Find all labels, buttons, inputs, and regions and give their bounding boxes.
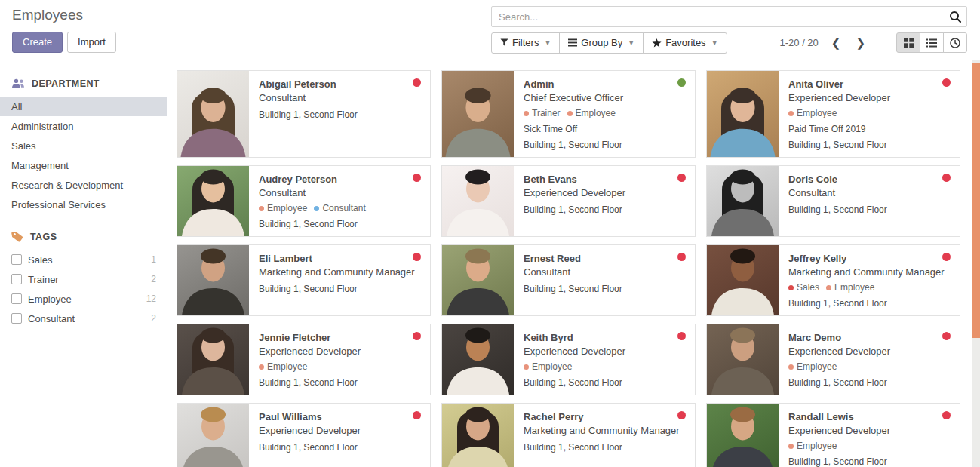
tag-filter-item[interactable]: Sales 1: [0, 250, 167, 269]
department-label: Sales: [11, 140, 36, 152]
activity-view-button[interactable]: [943, 32, 967, 53]
users-icon: [11, 78, 25, 89]
star-icon: [652, 38, 662, 48]
list-view-button[interactable]: [920, 32, 944, 53]
employee-job-title: Experienced Developer: [524, 345, 686, 358]
employee-card-body: Rachel Perry Marketing and Community Man…: [514, 404, 695, 467]
tag-filter-item[interactable]: Trainer 2: [0, 269, 167, 289]
employee-name: Randall Lewis: [788, 410, 951, 424]
employee-photo: [707, 404, 779, 467]
employee-name: Keith Byrd: [524, 331, 686, 345]
favorites-button[interactable]: Favorites ▼: [643, 32, 727, 54]
tag-checkbox[interactable]: [11, 313, 22, 324]
employee-card[interactable]: Ernest Reed Consultant Building 1, Secon…: [441, 244, 696, 316]
employee-work-location: Building 1, Second Floor: [259, 377, 421, 389]
department-filter-item[interactable]: Professional Services: [0, 195, 167, 214]
department-list: All Administration Sales Management: [0, 97, 167, 214]
employee-card[interactable]: Jeffrey Kelly Marketing and Community Ma…: [706, 244, 960, 316]
employee-name: Admin: [524, 78, 686, 91]
employee-card[interactable]: Paul Williams Experienced Developer Buil…: [177, 403, 431, 467]
employee-job-title: Consultant: [259, 91, 421, 105]
tag-dot-icon: [259, 364, 264, 370]
employee-tag: Employee: [788, 441, 837, 452]
create-button[interactable]: Create: [12, 32, 63, 53]
employees-app: Employees Create Import Filters ▼ Group …: [0, 0, 980, 467]
employee-work-location: Building 1, Second Floor: [788, 298, 951, 309]
employee-tag-label: Employee: [797, 441, 837, 452]
page-title: Employees: [12, 7, 83, 23]
filters-button[interactable]: Filters ▼: [491, 32, 560, 54]
employee-job-title: Experienced Developer: [788, 91, 951, 105]
presence-status-icon: [942, 174, 951, 182]
pager-range: 1-20 / 20: [780, 37, 819, 48]
employee-card[interactable]: Beth Evans Experienced Developer Buildin…: [441, 165, 696, 237]
pager: 1-20 / 20 ❮ ❯: [780, 36, 868, 50]
employee-tag: Consultant: [314, 203, 365, 214]
department-filter-item[interactable]: Research & Development: [0, 175, 167, 195]
vertical-scrollbar[interactable]: [972, 60, 980, 467]
employee-work-location: Building 1, Second Floor: [259, 442, 421, 453]
presence-status-icon: [677, 253, 686, 261]
department-label: All: [11, 101, 22, 112]
presence-status-icon: [942, 253, 951, 261]
pager-previous-icon[interactable]: ❮: [829, 36, 843, 50]
employee-card-body: Randall Lewis Experienced Developer Empl…: [779, 404, 960, 467]
tag-checkbox[interactable]: [11, 274, 22, 284]
search-icon[interactable]: [944, 11, 966, 23]
department-filter-item[interactable]: Administration: [0, 116, 167, 136]
employee-card[interactable]: Jennie Fletcher Experienced Developer Em…: [177, 324, 431, 395]
tag-dot-icon: [826, 285, 831, 290]
scrollbar-thumb[interactable]: [972, 63, 980, 338]
employee-tag: Trainer: [524, 108, 561, 119]
employee-work-location: Building 1, Second Floor: [524, 284, 686, 295]
employee-tag: Employee: [524, 361, 572, 373]
group-by-label: Group By: [581, 37, 622, 49]
tag-dot-icon: [788, 364, 794, 370]
tag-checkbox[interactable]: [11, 293, 22, 304]
department-filter-item[interactable]: Sales: [0, 136, 167, 155]
department-filter-item[interactable]: All: [0, 97, 167, 116]
employee-tag-label: Sales: [797, 282, 819, 293]
employee-job-title: Consultant: [788, 186, 951, 200]
department-section-header: DEPARTMENT: [0, 78, 167, 89]
search-input[interactable]: [492, 11, 944, 23]
employee-card[interactable]: Abigail Peterson Consultant Building 1, …: [177, 70, 431, 158]
clock-icon: [950, 38, 960, 48]
employee-photo: [707, 71, 779, 157]
employee-card[interactable]: Randall Lewis Experienced Developer Empl…: [706, 403, 960, 467]
pager-next-icon[interactable]: ❯: [853, 36, 868, 50]
kanban-view-button[interactable]: [896, 32, 920, 53]
filters-label: Filters: [512, 37, 539, 49]
employee-tag: Sales: [788, 282, 819, 293]
employee-work-location: Building 1, Second Floor: [524, 204, 686, 216]
employee-name: Beth Evans: [524, 173, 686, 186]
employee-card[interactable]: Marc Demo Experienced Developer Employee: [706, 324, 960, 395]
tag-dot-icon: [524, 111, 529, 116]
employee-card[interactable]: Anita Oliver Experienced Developer Emplo…: [706, 70, 960, 158]
tag-filter-item[interactable]: Consultant 2: [0, 309, 167, 328]
tag-label: Trainer: [28, 274, 59, 285]
employee-card[interactable]: Doris Cole Consultant Building 1, Second…: [706, 165, 960, 237]
tag-checkbox[interactable]: [11, 254, 22, 265]
department-filter-item[interactable]: Management: [0, 155, 167, 175]
tags-section-title: TAGS: [30, 232, 57, 242]
employee-job-title: Marketing and Community Manager: [259, 266, 421, 279]
tag-filter-item[interactable]: Employee 12: [0, 289, 167, 309]
employee-name: Eli Lambert: [259, 252, 421, 266]
employee-card-body: Paul Williams Experienced Developer Buil…: [249, 404, 430, 467]
tags-section-header: TAGS: [0, 231, 167, 242]
employee-tag: Employee: [259, 361, 307, 373]
employee-tag-label: Consultant: [322, 203, 365, 214]
employee-name: Abigail Peterson: [259, 78, 421, 91]
import-button[interactable]: Import: [67, 32, 116, 53]
employee-card-body: Admin Chief Executive Officer Trainer: [514, 71, 695, 157]
employee-card[interactable]: Audrey Peterson Consultant Employee: [177, 165, 431, 237]
group-by-button[interactable]: Group By ▼: [559, 32, 644, 54]
employee-card[interactable]: Eli Lambert Marketing and Community Mana…: [177, 244, 431, 316]
employee-card[interactable]: Rachel Perry Marketing and Community Man…: [441, 403, 696, 467]
kanban-view: Abigail Peterson Consultant Building 1, …: [167, 60, 980, 467]
employee-card[interactable]: Admin Chief Executive Officer Trainer: [441, 70, 696, 158]
employee-photo: [442, 166, 514, 236]
employee-card-body: Ernest Reed Consultant Building 1, Secon…: [514, 245, 695, 315]
employee-card[interactable]: Keith Byrd Experienced Developer Employe…: [441, 324, 696, 395]
